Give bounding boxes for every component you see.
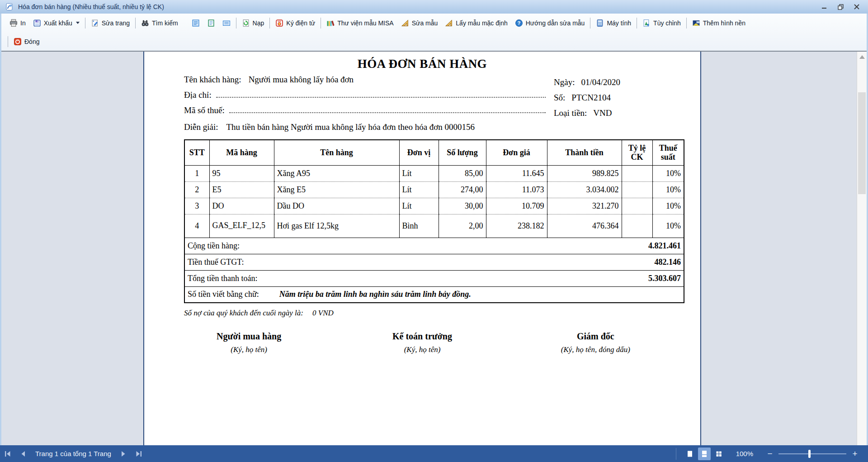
digital-sign-label: Ký điện tử [286, 19, 315, 27]
zoom-slider-handle[interactable] [808, 450, 811, 458]
signature-title: Người mua hàng [162, 331, 335, 342]
next-page-button[interactable] [119, 449, 128, 458]
continuous-mode-button[interactable] [698, 448, 711, 460]
number-label: Số: [554, 93, 565, 103]
scroll-up-button[interactable] [857, 52, 867, 62]
signature-title: Giám đốc [509, 331, 682, 342]
cell: Bình [399, 214, 439, 238]
up-arrow-icon [859, 55, 865, 59]
cell: 4 [184, 214, 209, 238]
calculator-icon [596, 19, 604, 27]
edit-template-button[interactable]: Sửa mẫu [397, 17, 442, 29]
signature-row: Người mua hàng (Ký, họ tên) Kế toán trưở… [162, 331, 682, 354]
refresh-label: Nạp [253, 19, 264, 27]
toolbar-row-1: In Xuất khẩu Sửa trang T [1, 14, 867, 32]
cell: 3.034.002 [547, 181, 622, 198]
save-icon [33, 19, 41, 27]
signature-director: Giám đốc (Ký, họ tên, đóng dấu) [509, 331, 682, 354]
invoice-header: Tên khách hàng: Người mua không lấy hóa … [184, 75, 687, 133]
statusbar-separator [676, 448, 676, 460]
customer-value: Người mua không lấy hóa đơn [249, 75, 354, 85]
signature-note: (Ký, họ tên, đóng dấu) [509, 345, 682, 354]
close-button[interactable]: Đóng [10, 36, 43, 48]
digital-sign-button[interactable]: Ký điện tử [272, 17, 319, 29]
template-library-label: Thư viện mẫu MISA [337, 19, 394, 27]
toolbar-separator [321, 18, 321, 29]
previous-page-button[interactable] [19, 449, 28, 458]
invoice-page: HÓA ĐƠN BÁN HÀNG Tên khách hàng: Người m… [143, 52, 701, 445]
close-window-button[interactable] [854, 4, 860, 10]
cell [622, 181, 652, 198]
zoom-slider[interactable] [778, 453, 846, 454]
scrollbar-thumb[interactable] [858, 92, 866, 194]
vertical-scrollbar[interactable] [857, 52, 867, 445]
last-page-button[interactable] [134, 449, 143, 458]
cell: 274,00 [439, 181, 486, 198]
page-width-view-icon [222, 19, 231, 27]
cell: 476.364 [547, 214, 622, 238]
edit-page-button[interactable]: Sửa trang [87, 17, 133, 29]
minimize-button[interactable] [821, 4, 827, 10]
default-template-button[interactable]: Lấy mẫu mặc định [441, 17, 511, 29]
cell: 10% [652, 181, 684, 198]
calculator-label: Máy tính [607, 19, 631, 27]
amount-words-value: Năm triệu ba trăm linh ba nghìn sáu trăm… [279, 290, 471, 299]
table-row: 2 E5 Xăng E5 Lít 274,00 11.073 3.034.002… [184, 181, 684, 198]
total-row: Tiền thuế GTGT: 482.146 [184, 254, 684, 270]
subtotal-value: 4.821.461 [648, 241, 681, 251]
background-image-button[interactable]: Thêm hình nền [689, 17, 749, 29]
chevron-down-icon [76, 22, 80, 24]
multi-page-mode-button[interactable] [712, 448, 725, 460]
signature-title: Kế toán trưởng [335, 331, 509, 342]
page-indicator: Trang 1 của tổng 1 Trang [35, 450, 111, 457]
titlebar: Hóa đơn bán hàng (Nhiều thuế suất, nhiều… [0, 0, 868, 14]
export-button[interactable]: Xuất khẩu [29, 17, 83, 29]
view-outline-button[interactable] [203, 17, 219, 29]
cell: 238.182 [486, 214, 547, 238]
total-row: Tổng tiền thanh toán: 5.303.607 [184, 270, 684, 286]
help-button[interactable]: ? Hướng dẫn sửa mẫu [511, 17, 589, 29]
customize-button[interactable]: Tùy chỉnh [639, 17, 684, 29]
document-viewer: HÓA ĐƠN BÁN HÀNG Tên khách hàng: Người m… [1, 51, 867, 445]
template-library-button[interactable]: Thư viện mẫu MISA [323, 17, 397, 29]
cell: 10% [652, 214, 684, 238]
signature-note: (Ký, họ tên) [335, 345, 509, 354]
restore-button[interactable] [837, 4, 844, 10]
grand-total-label: Tổng tiền thanh toán: [188, 274, 257, 283]
app-window: Hóa đơn bán hàng (Nhiều thuế suất, nhiều… [0, 0, 868, 462]
help-icon: ? [515, 19, 523, 27]
zoom-out-button[interactable]: − [765, 449, 775, 459]
cell: DO [209, 198, 274, 214]
cell: 1 [184, 165, 209, 181]
cell: Hơi gas Elf 12,5kg [274, 214, 399, 238]
total-row: Cộng tiền hàng: 4.821.461 [184, 238, 684, 254]
table-row: 1 95 Xăng A95 Lít 85,00 11.645 989.825 1… [184, 165, 684, 181]
set-square-icon [401, 19, 409, 27]
first-page-button[interactable] [3, 449, 12, 458]
col-header: Đơn giá [486, 140, 547, 165]
print-button[interactable]: In [6, 17, 29, 29]
calculator-button[interactable]: Máy tính [592, 17, 635, 29]
view-single-page-button[interactable] [188, 17, 203, 29]
refresh-button[interactable]: Nạp [238, 17, 268, 29]
cell: Dầu DO [274, 198, 399, 214]
zoom-in-button[interactable]: + [850, 449, 860, 459]
single-page-mode-button[interactable] [684, 448, 696, 460]
debt-label: Số nợ của quý khách đến cuối ngày là: [184, 309, 303, 318]
set-square-icon [445, 19, 453, 27]
col-header: Tỷ lệ CK [622, 140, 652, 165]
search-button[interactable]: Tìm kiếm [137, 17, 182, 29]
refresh-icon [242, 19, 250, 27]
close-power-icon [14, 38, 22, 46]
cell: Xăng E5 [274, 181, 399, 198]
view-page-width-button[interactable] [219, 17, 234, 29]
table-row: 3 DO Dầu DO Lít 30,00 10.709 321.270 10% [184, 198, 684, 214]
toolbar-separator [686, 18, 687, 29]
cell: 10% [652, 165, 684, 181]
background-image-icon [692, 19, 700, 27]
amount-in-words-row: Số tiền viết bằng chữ: Năm triệu ba trăm… [184, 286, 684, 303]
address-label: Địa chỉ: [184, 90, 212, 100]
edit-page-icon [91, 19, 99, 27]
cell: 30,00 [439, 198, 486, 214]
cell: GAS_ELF_12,5 [209, 214, 274, 238]
